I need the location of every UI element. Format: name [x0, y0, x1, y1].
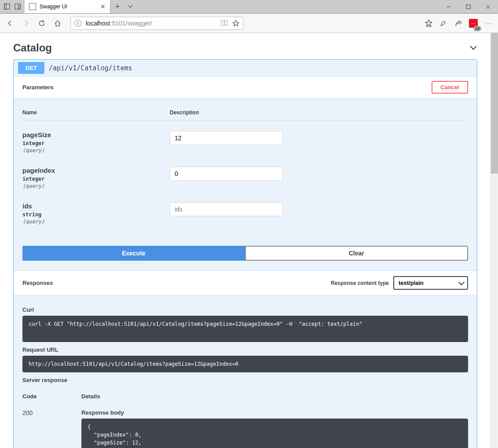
- refresh-button[interactable]: [35, 17, 48, 30]
- status-code: 200: [22, 409, 81, 448]
- svg-rect-3: [18, 5, 20, 8]
- favorites-button[interactable]: [422, 17, 435, 29]
- url-text: localhost:5101/swagger/: [86, 20, 221, 27]
- operation-summary[interactable]: GET /api/v1/Catalog/items: [14, 60, 477, 76]
- responses-header: Responses Response content type text/pla…: [14, 270, 477, 295]
- tab-dropdown-icon[interactable]: [124, 0, 136, 13]
- action-buttons: Execute Clear: [14, 246, 477, 270]
- svg-rect-1: [4, 4, 6, 9]
- tab-favicon-icon: [29, 3, 36, 10]
- response-body-label: Response body: [81, 409, 468, 416]
- forward-button[interactable]: [19, 17, 33, 30]
- param-name: ids: [22, 202, 170, 210]
- window-close-button[interactable]: [478, 0, 498, 14]
- request-url-box[interactable]: http://localhost:5101/api/v1/Catalog/ite…: [22, 356, 468, 372]
- param-type: integer: [22, 140, 170, 146]
- param-row: ids string (query): [22, 197, 468, 233]
- param-loc: (query): [22, 219, 170, 225]
- section-title: Catalog: [13, 42, 52, 54]
- param-name: pageIndex: [22, 167, 170, 174]
- operation-path: /api/v1/Catalog/items: [49, 64, 132, 72]
- browser-toolbar: i localhost:5101/swagger/ ··· 19 ···: [0, 14, 498, 33]
- tab-aside-icon[interactable]: [4, 3, 11, 10]
- col-name-header: Name: [22, 109, 170, 116]
- ids-input[interactable]: [170, 202, 282, 216]
- content-type-label: Response content type: [331, 280, 389, 286]
- reading-view-icon[interactable]: [221, 20, 228, 27]
- curl-label: Curl: [22, 306, 468, 313]
- code-header: Code: [22, 393, 81, 400]
- param-type: integer: [22, 176, 170, 182]
- svg-rect-0: [4, 4, 10, 9]
- address-bar[interactable]: i localhost:5101/swagger/: [70, 17, 243, 30]
- http-method-badge: GET: [18, 62, 44, 74]
- back-button[interactable]: [4, 17, 17, 30]
- notes-button[interactable]: [437, 17, 450, 29]
- window-maximize-button[interactable]: [458, 0, 478, 14]
- clear-button[interactable]: Clear: [245, 246, 469, 261]
- execute-button[interactable]: Execute: [22, 246, 245, 261]
- share-button[interactable]: [452, 17, 465, 29]
- request-url-label: Request URL: [22, 346, 468, 353]
- cancel-button[interactable]: Cancel: [432, 81, 468, 94]
- new-tab-button[interactable]: +: [110, 0, 124, 13]
- responses-title: Responses: [22, 280, 53, 286]
- pagesize-input[interactable]: [170, 131, 282, 145]
- param-loc: (query): [22, 183, 170, 189]
- extension-button[interactable]: ··· 19: [467, 17, 480, 29]
- browser-tab-strip: Swagger UI ✕ +: [0, 0, 498, 14]
- pageindex-input[interactable]: [170, 167, 282, 181]
- param-row: pageIndex integer (query): [22, 161, 468, 197]
- param-name: pageSize: [22, 131, 170, 138]
- response-body-box[interactable]: { "pageIndex": 0, "pageSize": 12, "count…: [81, 419, 468, 448]
- page-content: Catalog GET /api/v1/Catalog/items Parame…: [0, 33, 491, 448]
- tab-preview-icon[interactable]: [14, 3, 21, 10]
- param-type: string: [22, 211, 170, 218]
- svg-rect-5: [466, 5, 470, 9]
- chevron-down-icon[interactable]: [469, 45, 477, 51]
- scrollbar-thumb[interactable]: [491, 33, 498, 174]
- operation-block: GET /api/v1/Catalog/items Parameters Can…: [13, 59, 477, 448]
- browser-tab[interactable]: Swagger UI ✕: [25, 0, 110, 13]
- close-icon[interactable]: ✕: [100, 3, 106, 10]
- home-button[interactable]: [51, 17, 64, 30]
- site-info-icon[interactable]: i: [74, 20, 81, 27]
- vertical-scrollbar[interactable]: [491, 33, 498, 448]
- tab-title: Swagger UI: [40, 4, 97, 10]
- parameters-title: Parameters: [22, 84, 54, 91]
- favorite-icon[interactable]: [232, 20, 239, 27]
- details-header: Details: [81, 393, 468, 400]
- window-minimize-button[interactable]: [439, 0, 458, 14]
- server-response-table: Code Details 200 Response body { "pageIn…: [22, 389, 468, 448]
- badge-count: 19: [473, 26, 481, 31]
- parameters-table: Name Description pageSize integer (query…: [14, 98, 477, 246]
- param-row: pageSize integer (query): [22, 126, 468, 161]
- more-button[interactable]: ···: [482, 17, 494, 29]
- content-type-select[interactable]: text/plain: [393, 276, 468, 290]
- param-loc: (query): [22, 147, 170, 153]
- parameters-header: Parameters Cancel: [14, 76, 477, 98]
- server-response-label: Server response: [22, 377, 468, 383]
- col-desc-header: Description: [170, 109, 468, 116]
- section-header[interactable]: Catalog: [13, 42, 477, 54]
- curl-box[interactable]: curl -X GET "http://localhost:5101/api/v…: [22, 316, 468, 342]
